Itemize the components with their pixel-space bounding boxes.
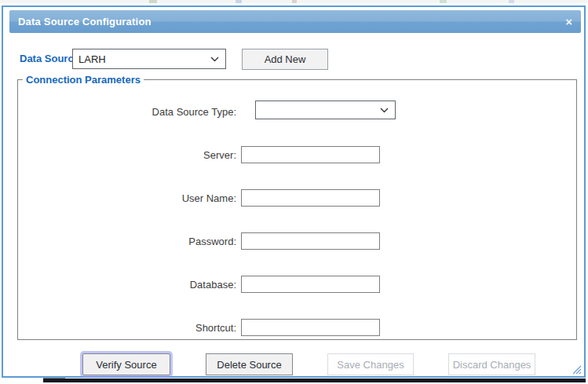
data-source-selected-value: LARH [73,53,210,65]
background-page-bar [43,379,586,382]
shortcut-label: Shortcut: [111,322,236,334]
discard-changes-button[interactable]: Discard Changes [448,353,535,375]
close-icon[interactable]: × [565,16,572,27]
chevron-down-icon [380,108,389,113]
data-source-type-select[interactable] [255,101,396,119]
verify-source-button[interactable]: Verify Source [82,353,170,375]
password-label: Password: [111,236,236,247]
user-name-input[interactable] [241,189,380,207]
chevron-down-icon [210,57,219,62]
dialog-titlebar[interactable]: Data Source Configuration × [9,10,581,33]
delete-source-button[interactable]: Delete Source [206,353,293,375]
dialog-title: Data Source Configuration [18,16,152,27]
database-input[interactable] [241,276,380,293]
shortcut-input[interactable] [241,319,380,336]
add-new-button[interactable]: Add New [242,49,328,70]
data-source-type-label: Data Source Type: [111,106,236,118]
save-changes-button[interactable]: Save Changes [327,353,414,375]
database-label: Database: [111,279,236,291]
connection-parameters-fieldset: Connection Parameters Data Source Type: … [17,74,577,340]
server-input[interactable] [241,146,380,163]
data-source-select[interactable]: LARH [72,49,226,69]
user-name-label: User Name: [111,192,236,204]
password-input[interactable] [241,232,380,250]
server-label: Server: [111,149,236,161]
resize-grip-icon[interactable] [572,364,582,374]
background-page-strip [0,0,588,3]
connection-parameters-legend: Connection Parameters [23,74,144,86]
screen: Data Source Configuration × Data Source:… [0,0,588,384]
data-source-configuration-dialog: Data Source Configuration × Data Source:… [2,5,586,378]
